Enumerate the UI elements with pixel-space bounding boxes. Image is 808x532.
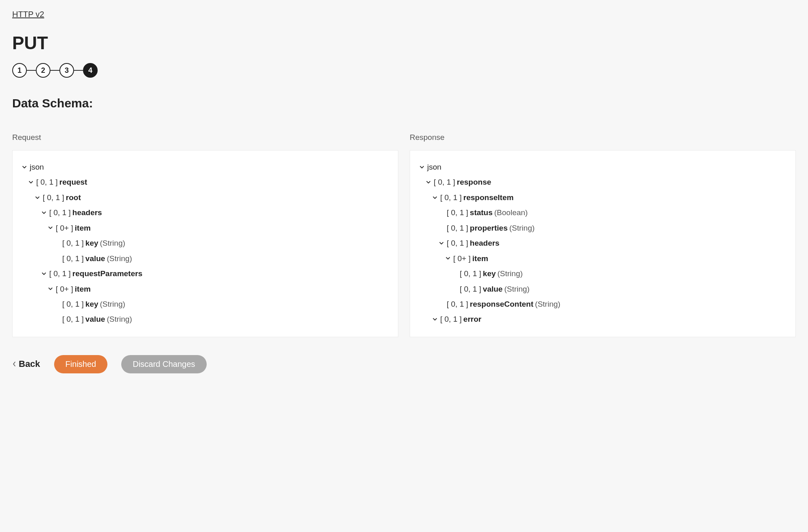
- request-column: Request json[ 0, 1 ] request[ 0, 1 ] roo…: [12, 133, 398, 337]
- footer-actions: Back Finished Discard Changes: [12, 355, 796, 373]
- tree-node-name: root: [66, 192, 81, 203]
- tree-row: [ 0, 1 ] key (String): [22, 235, 389, 251]
- chevron-left-icon: [12, 361, 16, 367]
- tree-row[interactable]: [ 0+ ] item: [22, 281, 389, 297]
- tree-node-name: value: [85, 253, 105, 264]
- tree-occurrence: [ 0, 1 ]: [447, 237, 468, 249]
- tree-node-type: (String): [504, 283, 529, 295]
- tree-occurrence: [ 0, 1 ]: [447, 298, 468, 310]
- tree-row: [ 0, 1 ] value (String): [22, 312, 389, 327]
- tree-node-name: status: [470, 207, 493, 218]
- back-button[interactable]: Back: [12, 359, 40, 369]
- tree-occurrence: [ 0+ ]: [453, 253, 471, 264]
- request-tree-panel: json[ 0, 1 ] request[ 0, 1 ] root[ 0, 1 …: [12, 150, 398, 337]
- step-2[interactable]: 2: [36, 63, 50, 78]
- chevron-down-icon[interactable]: [35, 195, 40, 201]
- request-label: Request: [12, 133, 398, 142]
- chevron-down-icon[interactable]: [48, 225, 53, 231]
- tree-row[interactable]: [ 0, 1 ] root: [22, 190, 389, 205]
- tree-row: [ 0, 1 ] status (Boolean): [419, 205, 786, 220]
- tree-row[interactable]: [ 0, 1 ] request: [22, 174, 389, 190]
- tree-row: [ 0, 1 ] value (String): [419, 281, 786, 297]
- tree-node-name: response: [457, 176, 491, 188]
- chevron-down-icon[interactable]: [432, 195, 438, 201]
- finished-button[interactable]: Finished: [54, 355, 108, 373]
- tree-node-type: (String): [509, 222, 535, 234]
- tree-node-name: request: [59, 176, 87, 188]
- chevron-down-icon[interactable]: [432, 316, 438, 322]
- tree-row[interactable]: [ 0, 1 ] headers: [419, 235, 786, 251]
- tree-node-name: value: [85, 313, 105, 325]
- tree-row[interactable]: [ 0, 1 ] headers: [22, 205, 389, 220]
- tree-node-name: item: [472, 253, 488, 264]
- chevron-down-icon[interactable]: [419, 164, 425, 170]
- response-label: Response: [410, 133, 796, 142]
- tree-row[interactable]: [ 0+ ] item: [22, 220, 389, 235]
- chevron-down-icon[interactable]: [439, 240, 444, 246]
- tree-row[interactable]: [ 0+ ] item: [419, 251, 786, 266]
- tree-node-name: requestParameters: [72, 268, 142, 279]
- chevron-down-icon[interactable]: [28, 179, 34, 185]
- tree-row[interactable]: [ 0, 1 ] requestParameters: [22, 266, 389, 281]
- tree-node-name: headers: [470, 237, 500, 249]
- tree-occurrence: [ 0, 1 ]: [49, 268, 71, 279]
- tree-row[interactable]: [ 0, 1 ] response: [419, 174, 786, 190]
- response-tree-panel: json[ 0, 1 ] response[ 0, 1 ] responseIt…: [410, 150, 796, 337]
- tree-occurrence: [ 0, 1 ]: [43, 192, 64, 203]
- step-4[interactable]: 4: [83, 63, 98, 78]
- tree-occurrence: [ 0, 1 ]: [62, 237, 84, 249]
- tree-row[interactable]: json: [22, 159, 389, 174]
- discard-changes-button[interactable]: Discard Changes: [121, 355, 206, 373]
- tree-node-name: json: [427, 161, 441, 173]
- tree-occurrence: [ 0, 1 ]: [36, 176, 58, 188]
- chevron-down-icon[interactable]: [41, 210, 47, 216]
- chevron-down-icon[interactable]: [426, 179, 431, 185]
- step-connector: [50, 70, 59, 71]
- response-column: Response json[ 0, 1 ] response[ 0, 1 ] r…: [410, 133, 796, 337]
- tree-node-name: responseContent: [470, 298, 533, 310]
- tree-node-name: item: [75, 222, 91, 234]
- tree-row: [ 0, 1 ] value (String): [22, 251, 389, 266]
- chevron-down-icon[interactable]: [41, 271, 47, 277]
- tree-row[interactable]: [ 0, 1 ] error: [419, 312, 786, 327]
- chevron-down-icon[interactable]: [445, 255, 451, 261]
- tree-node-name: properties: [470, 222, 508, 234]
- step-3[interactable]: 3: [59, 63, 74, 78]
- step-1[interactable]: 1: [12, 63, 27, 78]
- tree-node-name: key: [483, 268, 496, 279]
- tree-node-name: key: [85, 237, 98, 249]
- tree-node-name: json: [30, 161, 44, 173]
- back-label: Back: [19, 359, 40, 369]
- tree-occurrence: [ 0, 1 ]: [62, 253, 84, 264]
- tree-node-type: (String): [498, 268, 523, 279]
- chevron-down-icon[interactable]: [22, 164, 27, 170]
- tree-node-type: (String): [535, 298, 560, 310]
- tree-row: [ 0, 1 ] properties (String): [419, 220, 786, 235]
- page-title: PUT: [12, 33, 796, 53]
- tree-occurrence: [ 0, 1 ]: [460, 268, 481, 279]
- tree-occurrence: [ 0, 1 ]: [62, 298, 84, 310]
- tree-occurrence: [ 0, 1 ]: [440, 192, 462, 203]
- tree-node-type: (Boolean): [494, 207, 528, 218]
- step-connector: [27, 70, 36, 71]
- tree-row: [ 0, 1 ] key (String): [419, 266, 786, 281]
- tree-row[interactable]: json: [419, 159, 786, 174]
- tree-node-type: (String): [100, 237, 125, 249]
- tree-occurrence: [ 0, 1 ]: [440, 313, 462, 325]
- tree-node-name: key: [85, 298, 98, 310]
- tree-occurrence: [ 0+ ]: [56, 283, 73, 295]
- tree-row[interactable]: [ 0, 1 ] responseItem: [419, 190, 786, 205]
- tree-node-name: value: [483, 283, 503, 295]
- tree-node-type: (String): [107, 253, 132, 264]
- tree-row: [ 0, 1 ] responseContent (String): [419, 297, 786, 312]
- chevron-down-icon[interactable]: [48, 286, 53, 292]
- tree-node-name: responseItem: [463, 192, 514, 203]
- step-connector: [74, 70, 83, 71]
- breadcrumb-http-v2[interactable]: HTTP v2: [12, 10, 44, 19]
- tree-node-name: error: [463, 313, 481, 325]
- tree-occurrence: [ 0, 1 ]: [447, 207, 468, 218]
- section-heading: Data Schema:: [12, 96, 796, 110]
- tree-node-name: item: [75, 283, 91, 295]
- tree-occurrence: [ 0, 1 ]: [62, 313, 84, 325]
- tree-row: [ 0, 1 ] key (String): [22, 297, 389, 312]
